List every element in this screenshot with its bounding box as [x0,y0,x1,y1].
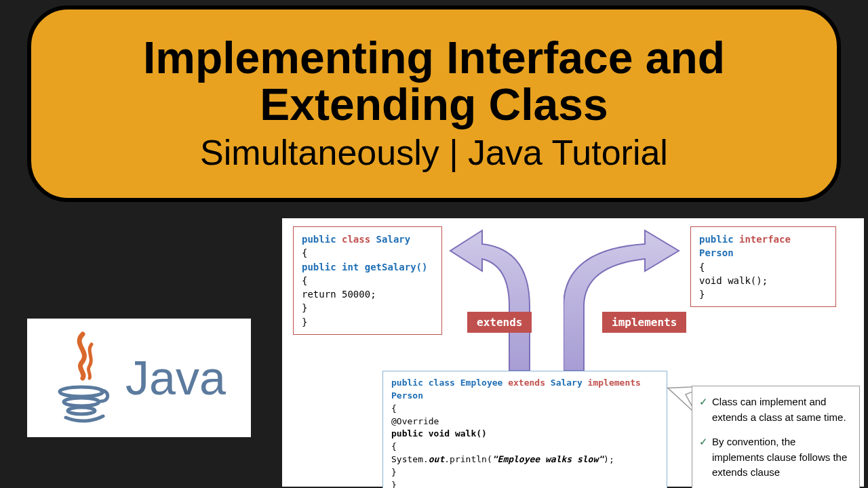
diagram-area: public class Salary { public int getSala… [282,218,864,487]
extends-arrow-icon [445,225,547,374]
extends-badge: extends [467,312,532,333]
svg-point-1 [64,398,99,406]
java-text: Java [125,351,226,405]
callout-box: ✓ Class can implement and extends a clas… [692,386,860,488]
callout-item-2: ✓ By convention, the implements clause f… [699,434,850,481]
title-banner: Implementing Interface and Extending Cla… [27,5,841,202]
subtitle: Simultaneously | Java Tutorial [200,132,668,173]
title-line-2: Extending Class [260,81,608,128]
svg-point-2 [68,407,95,414]
employee-code-box: public class Employee extends Salary imp… [382,371,667,488]
implements-arrow-icon [564,225,686,374]
check-icon: ✓ [699,434,708,450]
svg-point-0 [60,387,103,396]
java-logo: Java [27,319,251,437]
check-icon: ✓ [699,394,708,410]
salary-code-box: public class Salary { public int getSala… [293,226,442,335]
title-line-1: Implementing Interface and [143,35,725,81]
callout-item-1: ✓ Class can implement and extends a clas… [699,394,850,425]
person-code-box: public interface Person { void walk(); } [690,226,836,307]
java-steam-icon [52,331,113,426]
implements-badge: implements [602,312,686,333]
